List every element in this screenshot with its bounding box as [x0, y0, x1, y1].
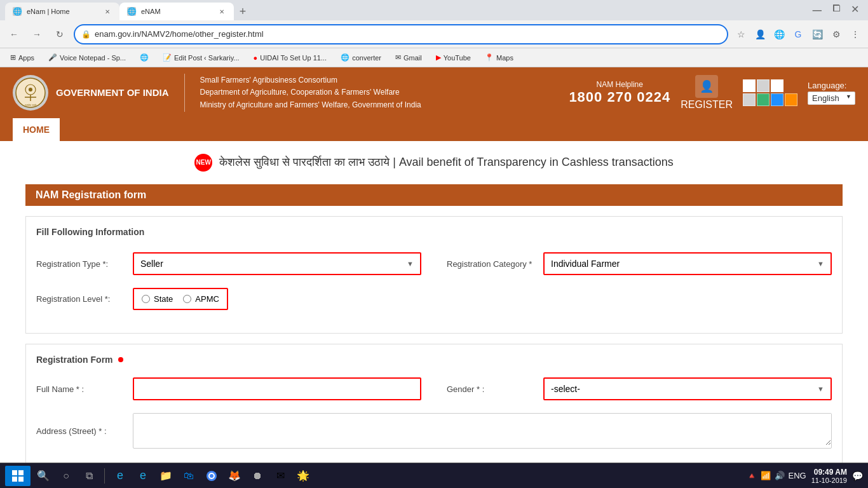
mic-icon: 🎤 — [48, 53, 57, 62]
radio-state-label[interactable]: State — [142, 294, 173, 304]
registration-category-select-wrap: Individual Farmer FPO Cooperative — [543, 252, 832, 275]
taskbar-explorer[interactable]: 📁 — [156, 466, 176, 486]
bookmark-icon[interactable]: ☆ — [733, 27, 749, 42]
tab-1-close[interactable]: ✕ — [103, 7, 112, 16]
address-textarea[interactable] — [133, 414, 831, 445]
header-right: NAM Helpline 1800 270 0224 👤 REGISTER — [569, 75, 855, 111]
refresh-button[interactable]: ↻ — [51, 25, 69, 43]
registration-type-select[interactable]: Seller Buyer Commission Agent — [134, 254, 420, 274]
registration-category-select[interactable]: Individual Farmer FPO Cooperative — [545, 254, 831, 274]
form-row-1: Registration Type *: Seller Buyer Commis… — [36, 252, 832, 275]
taskbar: 🔍 ○ ⧉ e e 📁 🛍 🦊 ⏺ ✉ 🌟 🔺 📶 🔊 ENG — [0, 463, 868, 488]
close-button[interactable]: ✕ — [847, 3, 863, 18]
tab-2[interactable]: 🌐 eNAM ✕ — [119, 3, 234, 20]
window-controls: ─ ⧠ ✕ — [809, 3, 863, 18]
svg-rect-8 — [12, 477, 17, 482]
tab-2-close[interactable]: ✕ — [217, 7, 226, 16]
bookmark-uidai[interactable]: ● UIDAI To Set Up 11... — [248, 53, 332, 63]
gov-name: GOVERNMENT OF INDIA — [56, 86, 169, 99]
tab-2-favicon: 🌐 — [127, 7, 136, 16]
color-box-orange[interactable] — [785, 93, 797, 106]
color-row-1 — [743, 79, 797, 92]
banner-content: केशलेस सुविधा से पारदर्शिता का लाभ उठाये… — [219, 156, 674, 168]
bookmark-voice-label: Voice Notepad - Sp... — [60, 54, 126, 62]
taskbar-ie[interactable]: e — [110, 466, 130, 486]
profile-icon[interactable]: 👤 — [752, 27, 768, 42]
color-box-gray[interactable] — [757, 79, 770, 92]
forward-button[interactable]: → — [28, 25, 46, 43]
svg-rect-9 — [18, 477, 24, 482]
new-tab-button[interactable]: + — [234, 3, 252, 20]
color-box-gray2[interactable] — [743, 93, 756, 106]
notification-icon[interactable]: 💬 — [852, 471, 863, 481]
page-content: सत्यमेव जयते GOVERNMENT OF INDIA Small F… — [0, 67, 868, 463]
bookmark-voice[interactable]: 🎤 Voice Notepad - Sp... — [43, 52, 131, 63]
converter-icon: 🌐 — [341, 53, 349, 62]
bookmark-maps[interactable]: 📍 Maps — [480, 52, 519, 63]
bookmark-converter-label: converter — [352, 54, 381, 62]
bookmark-youtube[interactable]: ▶ YouTube — [431, 52, 476, 63]
title-bar: 🌐 eNam | Home ✕ 🌐 eNAM ✕ + ─ ⧠ ✕ — [0, 0, 868, 20]
back-button[interactable]: ← — [5, 25, 23, 43]
red-dot — [118, 357, 123, 362]
taskbar-mail[interactable]: ✉ — [270, 466, 290, 486]
registration-type-group: Registration Type *: Seller Buyer Commis… — [36, 252, 421, 275]
gender-select[interactable]: -select- Male Female Other — [545, 379, 831, 399]
registration-form-section: Registration Form Full Name * : — [25, 344, 843, 463]
taskbar-task-view[interactable]: ⧉ — [79, 466, 99, 486]
color-box-blue[interactable] — [771, 93, 783, 106]
taskbar-firefox[interactable]: 🦊 — [224, 466, 245, 486]
register-label: REGISTER — [681, 99, 733, 111]
extension-icon-1[interactable]: 🌐 — [771, 27, 787, 42]
taskbar-extra[interactable]: 🌟 — [293, 466, 313, 486]
form-row-fullname: Full Name * : Gender * : -select- — [36, 377, 832, 400]
gender-label: Gender * : — [447, 384, 536, 394]
registration-type-label: Registration Type *: — [36, 259, 125, 269]
registration-level-label: Registration Level *: — [36, 294, 125, 304]
time-display: 09:49 AM 11-10-2019 — [811, 468, 847, 484]
radio-state[interactable] — [142, 295, 150, 303]
taskbar-edge[interactable]: e — [133, 466, 153, 486]
helpline: NAM Helpline 1800 270 0224 — [569, 80, 670, 105]
gmail-icon: ✉ — [395, 53, 401, 62]
bookmark-apps-label: Apps — [18, 54, 34, 62]
radio-apmc[interactable] — [183, 295, 191, 303]
minimize-button[interactable]: ─ — [809, 3, 825, 18]
taskbar-right: 🔺 📶 🔊 ENG 09:49 AM 11-10-2019 💬 — [747, 468, 863, 484]
wifi-icon: 📶 — [761, 471, 771, 480]
radio-apmc-label[interactable]: APMC — [183, 294, 219, 304]
register-button[interactable]: 👤 REGISTER — [681, 75, 733, 111]
svg-point-2 — [29, 88, 32, 92]
gender-group: Gender * : -select- Male Female Other — [447, 377, 832, 400]
extension-icon-4[interactable]: ⚙ — [829, 27, 844, 42]
org-line3: Ministry of Agriculture and Farmers' Wel… — [200, 99, 421, 111]
helpline-label: NAM Helpline — [569, 80, 670, 89]
extension-icon-2[interactable]: G — [790, 27, 806, 42]
color-box-white2[interactable] — [771, 79, 783, 92]
taskbar-cortana[interactable]: ○ — [56, 466, 76, 486]
nav-item-home[interactable]: HOME — [13, 118, 60, 141]
bookmark-gmail[interactable]: ✉ Gmail — [390, 52, 427, 63]
full-name-input[interactable] — [134, 379, 420, 399]
fill-info-title: Fill Following Information — [36, 227, 832, 242]
gov-text: GOVERNMENT OF INDIA — [56, 86, 169, 99]
start-button[interactable] — [5, 466, 31, 486]
fill-info-section: Fill Following Information Registration … — [25, 216, 843, 334]
taskbar-store[interactable]: 🛍 — [179, 466, 199, 486]
bookmark-globe[interactable]: 🌐 — [135, 52, 154, 63]
main-content: NEW केशलेस सुविधा से पारदर्शिता का लाभ उ… — [0, 141, 868, 463]
bookmark-converter[interactable]: 🌐 converter — [336, 52, 386, 63]
bookmark-editpost[interactable]: 📝 Edit Post ‹ Sarkariy... — [158, 52, 245, 63]
maximize-button[interactable]: ⧠ — [828, 3, 844, 18]
bookmark-apps[interactable]: ⊞ Apps — [5, 52, 39, 63]
tab-1[interactable]: 🌐 eNam | Home ✕ — [5, 3, 119, 20]
taskbar-search[interactable]: 🔍 — [33, 466, 53, 486]
taskbar-chrome[interactable] — [201, 466, 222, 486]
taskbar-obs[interactable]: ⏺ — [247, 466, 268, 486]
extension-icon-3[interactable]: 🔄 — [810, 27, 825, 42]
color-box-green[interactable] — [757, 93, 770, 106]
color-box-white[interactable] — [743, 79, 756, 92]
address-bar[interactable]: 🔒 enam.gov.in/NAMV2/home/other_register.… — [74, 24, 728, 44]
menu-button[interactable]: ⋮ — [848, 27, 863, 42]
language-select[interactable]: English Hindi — [808, 92, 855, 105]
